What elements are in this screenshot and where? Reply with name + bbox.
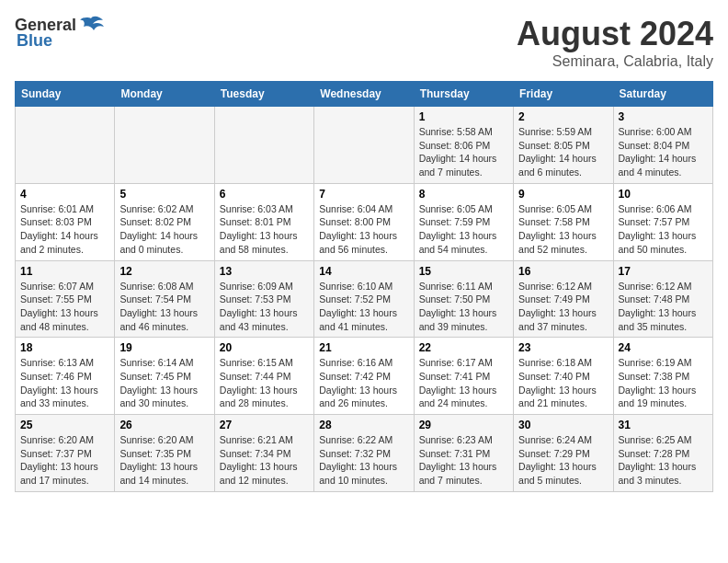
logo: General Blue — [15, 15, 104, 51]
day-info: Sunrise: 6:05 AM Sunset: 7:59 PM Dayligh… — [419, 202, 508, 257]
table-row: 24Sunrise: 6:19 AM Sunset: 7:38 PM Dayli… — [613, 338, 712, 415]
table-row: 9Sunrise: 6:05 AM Sunset: 7:58 PM Daylig… — [514, 183, 613, 260]
col-monday: Monday — [115, 82, 214, 107]
day-number: 14 — [319, 265, 408, 278]
day-number: 31 — [619, 419, 708, 431]
logo-blue: Blue — [17, 31, 52, 51]
calendar-week-row: 1Sunrise: 5:58 AM Sunset: 8:06 PM Daylig… — [16, 107, 713, 184]
day-number: 8 — [419, 188, 508, 201]
day-number: 30 — [518, 419, 608, 431]
table-row: 19Sunrise: 6:14 AM Sunset: 7:45 PM Dayli… — [115, 338, 214, 415]
table-row: 7Sunrise: 6:04 AM Sunset: 8:00 PM Daylig… — [314, 183, 414, 260]
calendar-week-row: 25Sunrise: 6:20 AM Sunset: 7:37 PM Dayli… — [16, 415, 713, 492]
calendar-week-row: 18Sunrise: 6:13 AM Sunset: 7:46 PM Dayli… — [16, 338, 713, 415]
day-info: Sunrise: 6:02 AM Sunset: 8:02 PM Dayligh… — [119, 202, 209, 257]
day-number: 18 — [20, 341, 109, 354]
col-tuesday: Tuesday — [214, 82, 313, 107]
table-row: 6Sunrise: 6:03 AM Sunset: 8:01 PM Daylig… — [214, 183, 313, 260]
col-wednesday: Wednesday — [314, 82, 414, 107]
table-row: 10Sunrise: 6:06 AM Sunset: 7:57 PM Dayli… — [613, 183, 712, 260]
day-info: Sunrise: 6:21 AM Sunset: 7:34 PM Dayligh… — [220, 433, 309, 488]
day-number: 11 — [20, 265, 109, 278]
table-row — [314, 107, 414, 184]
day-info: Sunrise: 6:04 AM Sunset: 8:00 PM Dayligh… — [319, 202, 408, 257]
day-number: 1 — [419, 110, 508, 123]
day-number: 27 — [220, 419, 309, 431]
col-sunday: Sunday — [16, 82, 115, 107]
subtitle: Seminara, Calabria, Italy — [517, 53, 713, 70]
table-row: 23Sunrise: 6:18 AM Sunset: 7:40 PM Dayli… — [514, 338, 613, 415]
col-thursday: Thursday — [414, 82, 513, 107]
day-number: 3 — [619, 110, 708, 123]
table-row: 30Sunrise: 6:24 AM Sunset: 7:29 PM Dayli… — [514, 415, 613, 492]
page-header: General Blue August 2024 Seminara, Calab… — [15, 15, 713, 70]
day-info: Sunrise: 6:08 AM Sunset: 7:54 PM Dayligh… — [119, 280, 209, 334]
day-info: Sunrise: 6:09 AM Sunset: 7:53 PM Dayligh… — [220, 280, 309, 334]
day-number: 24 — [619, 341, 708, 354]
table-row: 2Sunrise: 5:59 AM Sunset: 8:05 PM Daylig… — [514, 107, 613, 184]
bird-icon — [78, 15, 104, 35]
day-number: 28 — [319, 419, 408, 431]
table-row — [214, 107, 313, 184]
table-row: 31Sunrise: 6:25 AM Sunset: 7:28 PM Dayli… — [613, 415, 712, 492]
day-info: Sunrise: 6:03 AM Sunset: 8:01 PM Dayligh… — [220, 202, 309, 257]
col-friday: Friday — [514, 82, 613, 107]
day-number: 2 — [518, 110, 608, 123]
day-number: 9 — [518, 188, 608, 201]
day-info: Sunrise: 6:00 AM Sunset: 8:04 PM Dayligh… — [619, 125, 708, 179]
day-number: 4 — [20, 188, 109, 201]
day-number: 21 — [319, 341, 408, 354]
day-info: Sunrise: 6:18 AM Sunset: 7:40 PM Dayligh… — [518, 356, 608, 410]
day-number: 20 — [220, 341, 309, 354]
table-row: 14Sunrise: 6:10 AM Sunset: 7:52 PM Dayli… — [314, 260, 414, 338]
day-number: 10 — [619, 188, 708, 201]
day-info: Sunrise: 6:14 AM Sunset: 7:45 PM Dayligh… — [119, 356, 209, 410]
calendar-table: Sunday Monday Tuesday Wednesday Thursday… — [15, 81, 713, 492]
main-title: August 2024 — [517, 15, 713, 53]
day-info: Sunrise: 6:23 AM Sunset: 7:31 PM Dayligh… — [419, 433, 508, 488]
day-info: Sunrise: 6:11 AM Sunset: 7:50 PM Dayligh… — [419, 280, 508, 334]
day-number: 29 — [419, 419, 508, 431]
day-number: 6 — [220, 188, 309, 201]
table-row: 4Sunrise: 6:01 AM Sunset: 8:03 PM Daylig… — [16, 183, 115, 260]
day-info: Sunrise: 6:12 AM Sunset: 7:49 PM Dayligh… — [518, 280, 608, 334]
day-info: Sunrise: 6:17 AM Sunset: 7:41 PM Dayligh… — [419, 356, 508, 410]
day-number: 22 — [419, 341, 508, 354]
table-row: 22Sunrise: 6:17 AM Sunset: 7:41 PM Dayli… — [414, 338, 513, 415]
day-info: Sunrise: 5:58 AM Sunset: 8:06 PM Dayligh… — [419, 125, 508, 179]
day-number: 23 — [518, 341, 608, 354]
table-row — [16, 107, 115, 184]
table-row: 3Sunrise: 6:00 AM Sunset: 8:04 PM Daylig… — [613, 107, 712, 184]
day-number: 12 — [119, 265, 209, 278]
day-info: Sunrise: 6:20 AM Sunset: 7:35 PM Dayligh… — [119, 433, 209, 488]
day-number: 17 — [619, 265, 708, 278]
day-number: 7 — [319, 188, 408, 201]
table-row: 5Sunrise: 6:02 AM Sunset: 8:02 PM Daylig… — [115, 183, 214, 260]
day-number: 5 — [119, 188, 209, 201]
day-info: Sunrise: 6:12 AM Sunset: 7:48 PM Dayligh… — [619, 280, 708, 334]
table-row: 27Sunrise: 6:21 AM Sunset: 7:34 PM Dayli… — [214, 415, 313, 492]
table-row: 1Sunrise: 5:58 AM Sunset: 8:06 PM Daylig… — [414, 107, 513, 184]
day-info: Sunrise: 5:59 AM Sunset: 8:05 PM Dayligh… — [518, 125, 608, 179]
day-number: 15 — [419, 265, 508, 278]
table-row: 13Sunrise: 6:09 AM Sunset: 7:53 PM Dayli… — [214, 260, 313, 338]
col-saturday: Saturday — [613, 82, 712, 107]
day-info: Sunrise: 6:19 AM Sunset: 7:38 PM Dayligh… — [619, 356, 708, 410]
table-row: 21Sunrise: 6:16 AM Sunset: 7:42 PM Dayli… — [314, 338, 414, 415]
day-info: Sunrise: 6:25 AM Sunset: 7:28 PM Dayligh… — [619, 433, 708, 488]
table-row: 26Sunrise: 6:20 AM Sunset: 7:35 PM Dayli… — [115, 415, 214, 492]
table-row: 16Sunrise: 6:12 AM Sunset: 7:49 PM Dayli… — [514, 260, 613, 338]
table-row: 18Sunrise: 6:13 AM Sunset: 7:46 PM Dayli… — [16, 338, 115, 415]
table-row: 28Sunrise: 6:22 AM Sunset: 7:32 PM Dayli… — [314, 415, 414, 492]
day-number: 26 — [119, 419, 209, 431]
table-row: 8Sunrise: 6:05 AM Sunset: 7:59 PM Daylig… — [414, 183, 513, 260]
calendar-week-row: 11Sunrise: 6:07 AM Sunset: 7:55 PM Dayli… — [16, 260, 713, 338]
table-row: 11Sunrise: 6:07 AM Sunset: 7:55 PM Dayli… — [16, 260, 115, 338]
calendar-week-row: 4Sunrise: 6:01 AM Sunset: 8:03 PM Daylig… — [16, 183, 713, 260]
table-row: 17Sunrise: 6:12 AM Sunset: 7:48 PM Dayli… — [613, 260, 712, 338]
day-info: Sunrise: 6:22 AM Sunset: 7:32 PM Dayligh… — [319, 433, 408, 488]
day-info: Sunrise: 6:10 AM Sunset: 7:52 PM Dayligh… — [319, 280, 408, 334]
day-info: Sunrise: 6:01 AM Sunset: 8:03 PM Dayligh… — [20, 202, 109, 257]
day-number: 25 — [20, 419, 109, 431]
day-info: Sunrise: 6:15 AM Sunset: 7:44 PM Dayligh… — [220, 356, 309, 410]
